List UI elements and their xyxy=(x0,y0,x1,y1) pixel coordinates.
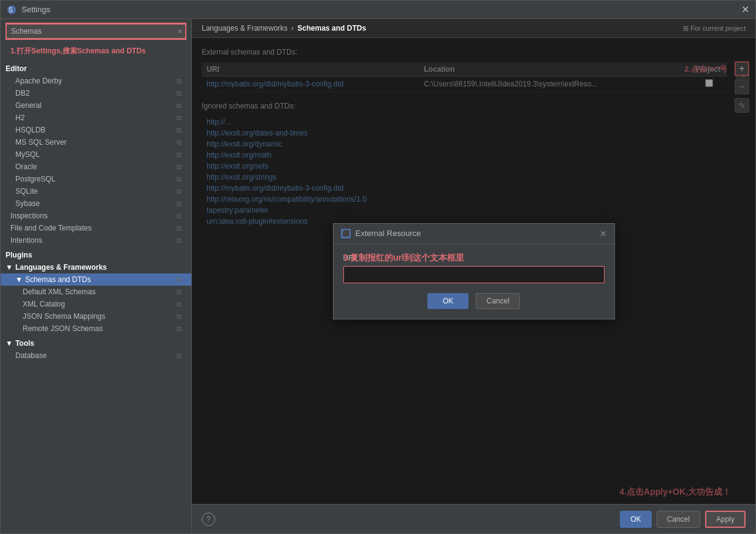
uri-input[interactable] xyxy=(343,266,605,283)
breadcrumb-separator: › xyxy=(291,24,294,32)
main-content: ✕ 1.打开Settings,搜索Schemas and DTDs Editor… xyxy=(1,19,755,533)
copy-icon: ⧉ xyxy=(177,212,181,220)
sidebar-item-oracle[interactable]: Oracle ⧉ xyxy=(1,161,191,173)
copy-icon: ⧉ xyxy=(177,77,181,85)
panel-content: External schemas and DTDs: URI Location … xyxy=(192,38,755,504)
copy-icon: ⧉ xyxy=(177,325,181,333)
copy-icon: ⧉ xyxy=(177,188,181,196)
modal-title: External Resource xyxy=(356,229,600,238)
sidebar-item-general[interactable]: General ⧉ xyxy=(1,99,191,112)
copy-icon: ⧉ xyxy=(177,114,181,122)
sidebar-item-mssql[interactable]: MS SQL Server ⧉ xyxy=(1,136,191,148)
external-resource-dialog: ⬛ External Resource ✕ URI: 3.复制报红的url到这个… xyxy=(333,223,615,319)
copy-icon: ⧉ xyxy=(177,224,181,232)
uri-label: URI: xyxy=(343,254,605,262)
for-project-label: ⊞ For current project xyxy=(683,25,746,32)
modal-title-bar: ⬛ External Resource ✕ xyxy=(334,224,614,244)
modal-overlay: ⬛ External Resource ✕ URI: 3.复制报红的url到这个… xyxy=(192,38,755,504)
sidebar-item-editor[interactable]: Editor xyxy=(1,63,191,75)
sidebar-item-sqlite[interactable]: SQLite ⧉ xyxy=(1,185,191,197)
help-button[interactable]: ? xyxy=(202,513,215,526)
clear-search-icon[interactable]: ✕ xyxy=(177,28,183,36)
sidebar-item-sybase[interactable]: Sybase ⧉ xyxy=(1,197,191,210)
search-input[interactable] xyxy=(6,24,186,39)
annotation-step1: 1.打开Settings,搜索Schemas and DTDs xyxy=(6,45,186,58)
sidebar-item-database[interactable]: Database ⧉ xyxy=(1,349,191,362)
copy-icon: ⧉ xyxy=(177,276,181,284)
svg-text:S: S xyxy=(9,7,13,13)
apply-button[interactable]: Apply xyxy=(705,511,746,528)
copy-icon: ⧉ xyxy=(177,102,181,110)
search-box: ✕ xyxy=(6,24,186,39)
sidebar-item-h2[interactable]: H2 ⧉ xyxy=(1,112,191,124)
ok-button[interactable]: OK xyxy=(620,511,651,528)
sidebar-item-file-code-templates[interactable]: File and Code Templates ⧉ xyxy=(1,222,191,234)
sidebar-item-plugins[interactable]: Plugins xyxy=(1,249,191,261)
copy-icon: ⧉ xyxy=(177,300,181,308)
sidebar-item-default-xml[interactable]: Default XML Schemas ⧉ xyxy=(1,286,191,298)
copy-icon: ⧉ xyxy=(177,352,181,360)
sidebar-item-postgresql[interactable]: PostgreSQL ⧉ xyxy=(1,173,191,185)
sidebar-item-mysql[interactable]: MySQL ⧉ xyxy=(1,148,191,161)
breadcrumb-part1: Languages & Frameworks xyxy=(202,24,288,32)
bottom-actions: OK Cancel Apply xyxy=(620,511,746,528)
sidebar-item-apache-derby[interactable]: Apache Derby ⧉ xyxy=(1,75,191,87)
window-title: Settings xyxy=(21,5,741,14)
breadcrumb: Languages & Frameworks › Schemas and DTD… xyxy=(192,19,755,38)
copy-icon: ⧉ xyxy=(177,90,181,97)
sidebar: ✕ 1.打开Settings,搜索Schemas and DTDs Editor… xyxy=(1,19,192,533)
sidebar-item-xml-catalog[interactable]: XML Catalog ⧉ xyxy=(1,298,191,310)
copy-icon: ⧉ xyxy=(177,151,181,159)
sidebar-item-db2[interactable]: DB2 ⧉ xyxy=(1,87,191,99)
modal-cancel-button[interactable]: Cancel xyxy=(476,293,519,309)
modal-icon: ⬛ xyxy=(341,229,351,238)
close-button[interactable]: ✕ xyxy=(741,4,749,15)
uri-input-wrapper: 3.复制报红的url到这个文本框里 xyxy=(343,266,605,293)
copy-icon: ⧉ xyxy=(177,139,181,147)
title-bar: S Settings ✕ xyxy=(1,1,755,19)
modal-buttons: OK Cancel xyxy=(343,293,605,309)
modal-ok-button[interactable]: OK xyxy=(427,293,468,309)
sidebar-item-languages-frameworks[interactable]: ▼Languages & Frameworks xyxy=(1,261,191,273)
sidebar-item-remote-json[interactable]: Remote JSON Schemas ⧉ xyxy=(1,322,191,335)
cancel-button[interactable]: Cancel xyxy=(657,511,700,528)
sidebar-item-inspections[interactable]: Inspections ⧉ xyxy=(1,210,191,222)
breadcrumb-part2: Schemas and DTDs xyxy=(297,24,366,32)
sidebar-tree: Editor Apache Derby ⧉ DB2 ⧉ General ⧉ H2… xyxy=(1,60,191,533)
copy-icon: ⧉ xyxy=(177,200,181,208)
main-panel: Languages & Frameworks › Schemas and DTD… xyxy=(192,19,755,533)
copy-icon: ⧉ xyxy=(177,237,181,245)
copy-icon: ⧉ xyxy=(177,163,181,171)
sidebar-item-hsqldb[interactable]: HSQLDB ⧉ xyxy=(1,124,191,136)
sidebar-item-schemas-dtds[interactable]: ▼Schemas and DTDs ⧉ xyxy=(1,273,191,286)
modal-body: URI: 3.复制报红的url到这个文本框里 OK Cancel xyxy=(334,244,614,319)
copy-icon: ⧉ xyxy=(177,288,181,296)
sidebar-item-tools[interactable]: ▼Tools xyxy=(1,337,191,349)
copy-icon: ⧉ xyxy=(177,313,181,321)
app-icon: S xyxy=(7,5,17,15)
settings-window: S Settings ✕ ✕ 1.打开Settings,搜索Schemas an… xyxy=(0,0,756,534)
sidebar-item-intentions[interactable]: Intentions ⧉ xyxy=(1,234,191,246)
sidebar-item-json-schema[interactable]: JSON Schema Mappings ⧉ xyxy=(1,310,191,322)
bottom-bar: ? OK Cancel Apply xyxy=(192,504,755,533)
modal-close-button[interactable]: ✕ xyxy=(600,229,607,238)
copy-icon: ⧉ xyxy=(177,126,181,134)
copy-icon: ⧉ xyxy=(177,175,181,183)
